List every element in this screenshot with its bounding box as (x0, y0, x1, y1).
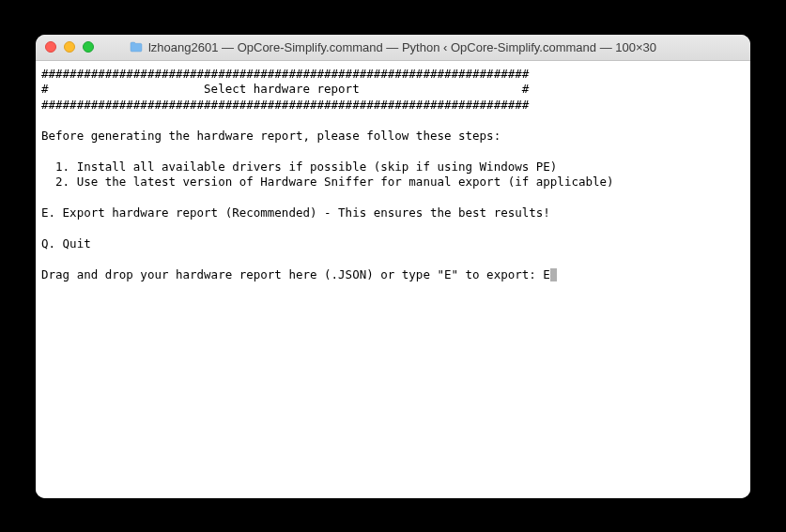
close-icon[interactable] (45, 41, 56, 53)
user-input[interactable]: E (543, 267, 550, 281)
traffic-lights (45, 41, 94, 53)
step-2: 2. Use the latest version of Hardware Sn… (41, 175, 614, 189)
header-line: # Select hardware report # (41, 82, 529, 96)
maximize-icon[interactable] (83, 41, 94, 53)
window-title: lzhoang2601 — OpCore-Simplify.command — … (148, 40, 656, 54)
terminal-content[interactable]: ########################################… (36, 61, 750, 498)
border-line: ########################################… (41, 98, 529, 112)
step-1: 1. Install all available drivers if poss… (41, 160, 557, 174)
border-line: ########################################… (41, 67, 529, 81)
folder-icon (130, 41, 143, 53)
option-export: E. Export hardware report (Recommended) … (41, 205, 550, 220)
minimize-icon[interactable] (64, 41, 75, 53)
prompt-text: Drag and drop your hardware report here … (41, 267, 543, 281)
cursor (550, 268, 557, 281)
intro-text: Before generating the hardware report, p… (41, 129, 501, 143)
title-wrap: lzhoang2601 — OpCore-Simplify.command — … (36, 40, 750, 54)
titlebar[interactable]: lzhoang2601 — OpCore-Simplify.command — … (36, 35, 750, 61)
terminal-window: lzhoang2601 — OpCore-Simplify.command — … (36, 35, 750, 498)
option-quit: Q. Quit (41, 236, 91, 251)
